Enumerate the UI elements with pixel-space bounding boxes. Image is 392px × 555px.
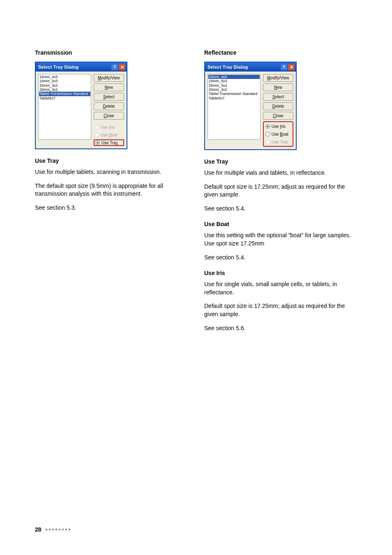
delete-button[interactable]: Delete xyxy=(94,102,124,110)
radio-icon xyxy=(95,133,99,137)
list-item[interactable]: 25mm_3x2 xyxy=(39,83,90,88)
use-iris-radio: Use Iris xyxy=(94,124,124,130)
titlebar-text: Select Tray Dialog xyxy=(38,65,78,69)
paragraph: See section 5.4. xyxy=(204,205,357,213)
paragraph: Use for multiple vials and tablets, in r… xyxy=(204,169,357,177)
list-item[interactable]: Tablet Transmission Standard xyxy=(208,92,260,96)
paragraph: See section 5.3. xyxy=(35,204,188,212)
list-item[interactable]: Tablet Transmission Standard xyxy=(39,92,90,96)
radio-group-highlighted: Use Iris Use Boat Use Tray xyxy=(263,121,293,147)
radio-icon xyxy=(95,141,100,145)
paragraph: Use this setting with the optional “boat… xyxy=(204,231,357,247)
use-iris-radio[interactable]: Use Iris xyxy=(265,123,292,130)
list-item[interactable]: 15mm_4x5 xyxy=(39,75,90,79)
list-item[interactable]: 29mm_3x2 xyxy=(39,88,90,92)
paragraph: Use for single vials, small sample cells… xyxy=(204,280,357,296)
subheading-use-iris: Use Iris xyxy=(204,270,357,276)
column-transmission: Transmission Select Tray Dialog ? ✕ 15mm… xyxy=(35,49,188,338)
close-button[interactable]: Close xyxy=(94,112,124,120)
radio-group: Use Iris Use Boat Use Tray xyxy=(94,124,124,146)
radio-icon xyxy=(265,124,270,129)
new-button[interactable]: New xyxy=(94,83,124,91)
paragraph: See section 5.4. xyxy=(204,254,357,262)
list-item[interactable]: 19mm_5x3 xyxy=(39,79,90,83)
use-boat-radio[interactable]: Use Boat xyxy=(265,131,292,137)
subheading-use-tray: Use Tray xyxy=(35,157,188,164)
help-icon[interactable]: ? xyxy=(111,64,118,70)
page-footer: 28 xyxy=(35,526,70,533)
subheading-use-boat: Use Boat xyxy=(204,221,357,227)
dialog-select-tray-transmission: Select Tray Dialog ? ✕ 15mm_4x5 19mm_5x3… xyxy=(35,62,127,149)
titlebar: Select Tray Dialog ? ✕ xyxy=(36,62,127,72)
close-icon[interactable]: ✕ xyxy=(119,64,125,70)
footer-dots-icon xyxy=(46,529,70,530)
titlebar-text: Select Tray Dialog xyxy=(208,65,248,69)
list-item[interactable]: 19mm_5x3 xyxy=(208,79,260,83)
use-tray-radio: Use Tray xyxy=(265,139,292,145)
use-tray-radio[interactable]: Use Tray xyxy=(94,139,124,146)
tray-listbox[interactable]: 15mm_4x5 19mm_5x3 25mm_3x2 29mm_3x2 Tabl… xyxy=(208,74,261,140)
close-icon[interactable]: ✕ xyxy=(288,64,295,70)
select-button[interactable]: Select xyxy=(94,93,124,101)
close-button[interactable]: Close xyxy=(263,112,293,120)
paragraph: See section 5.6. xyxy=(204,324,357,333)
list-item[interactable]: 29mm_3x2 xyxy=(208,88,260,92)
list-item[interactable]: Tablet5x7 xyxy=(208,96,260,100)
use-boat-radio: Use Boat xyxy=(94,132,124,138)
radio-icon xyxy=(265,132,270,136)
help-icon[interactable]: ? xyxy=(281,64,287,70)
heading-transmission: Transmission xyxy=(35,49,188,56)
new-button[interactable]: New xyxy=(263,83,293,91)
paragraph: The default spot size (9.5mm) is appropr… xyxy=(35,182,188,198)
list-item[interactable]: 25mm_3x2 xyxy=(208,83,260,88)
paragraph: Use for multiple tablets, scanning in tr… xyxy=(35,168,188,176)
subheading-use-tray: Use Tray xyxy=(204,158,357,165)
modify-view-button[interactable]: Modify/View xyxy=(263,74,293,82)
heading-reflectance: Reflectance xyxy=(204,49,357,56)
list-item[interactable]: 15mm_4x5 xyxy=(208,75,260,79)
list-item[interactable]: Tablet5x7 xyxy=(39,96,90,100)
paragraph: Default spot size is 17.25mm; adjust as … xyxy=(204,183,357,199)
titlebar: Select Tray Dialog ? ✕ xyxy=(205,62,296,72)
dialog-select-tray-reflectance: Select Tray Dialog ? ✕ 15mm_4x5 19mm_5x3… xyxy=(204,62,297,150)
radio-group: Use Iris Use Boat Use Tray xyxy=(265,123,292,145)
radio-icon xyxy=(265,140,270,144)
radio-icon xyxy=(95,125,99,130)
delete-button[interactable]: Delete xyxy=(263,102,293,110)
tray-listbox[interactable]: 15mm_4x5 19mm_5x3 25mm_3x2 29mm_3x2 Tabl… xyxy=(38,74,91,140)
modify-view-button[interactable]: Modify/View xyxy=(94,74,124,82)
column-reflectance: Reflectance Select Tray Dialog ? ✕ 15mm_… xyxy=(204,49,357,338)
select-button[interactable]: Select xyxy=(263,93,293,101)
page-number: 28 xyxy=(35,526,42,533)
paragraph: Default spot size is 17.25mm; adjust as … xyxy=(204,302,357,318)
